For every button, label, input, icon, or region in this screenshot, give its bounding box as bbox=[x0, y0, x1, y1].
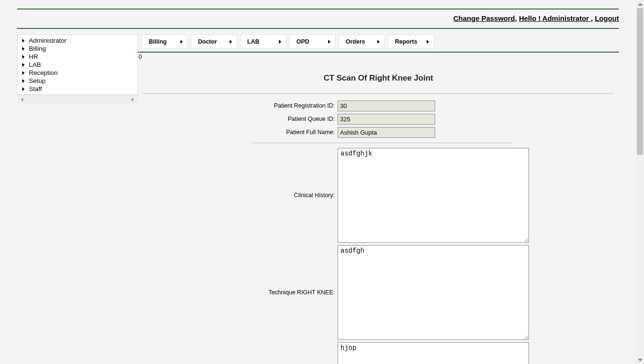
form-area: Patient Registration ID: Patient Queue I… bbox=[138, 94, 619, 364]
menu-label: LAB bbox=[247, 38, 259, 45]
menu-label: Billing bbox=[149, 38, 167, 45]
chevron-right-icon bbox=[427, 40, 429, 44]
sidebar-item-label: Reception bbox=[29, 69, 58, 76]
chevron-right-icon bbox=[22, 55, 25, 59]
logout-link[interactable]: Logout bbox=[595, 14, 619, 22]
top-menu-bar: Billing Doctor LAB OPD bbox=[138, 35, 619, 49]
sidebar-scrollbar[interactable] bbox=[17, 95, 138, 103]
sidebar-item-staff[interactable]: Staff bbox=[18, 85, 137, 93]
chevron-right-icon bbox=[22, 79, 25, 83]
chevron-right-icon bbox=[377, 40, 380, 44]
third-textarea[interactable] bbox=[338, 342, 529, 364]
menu-label: OPD bbox=[296, 38, 309, 45]
sidebar-item-hr[interactable]: HR bbox=[18, 53, 137, 61]
sidebar: Administrator Billing HR LAB bbox=[17, 35, 138, 95]
technique-label: Technique RIGHT KNEE: bbox=[143, 289, 338, 296]
reg-id-label: Patient Registration ID: bbox=[143, 100, 338, 109]
queue-id-field[interactable] bbox=[338, 114, 435, 125]
sidebar-item-administrator[interactable]: Administrator bbox=[18, 36, 137, 45]
page-title: CT Scan Of Right Knee Joint bbox=[138, 60, 619, 93]
menu-label: Reports bbox=[395, 38, 417, 45]
full-name-field[interactable] bbox=[338, 127, 435, 138]
menu-reports[interactable]: Reports bbox=[388, 35, 434, 49]
sidebar-item-reception[interactable]: Reception bbox=[18, 69, 137, 77]
chevron-right-icon bbox=[22, 63, 25, 67]
chevron-right-icon bbox=[328, 40, 331, 44]
menu-orders[interactable]: Orders bbox=[339, 35, 385, 49]
technique-textarea[interactable] bbox=[338, 245, 529, 340]
sidebar-item-setup[interactable]: Setup bbox=[18, 77, 137, 85]
sidebar-item-lab[interactable]: LAB bbox=[18, 61, 137, 69]
chevron-right-icon bbox=[22, 47, 25, 51]
greeting-link[interactable]: Hello ! Administrator bbox=[519, 14, 591, 22]
chevron-right-icon bbox=[279, 40, 281, 44]
queue-id-label: Patient Queue ID: bbox=[143, 114, 338, 122]
vertical-scrollbar[interactable] bbox=[636, 0, 644, 364]
clinical-history-label: Clinical History: bbox=[143, 192, 338, 199]
menu-label: Doctor bbox=[198, 38, 217, 45]
menu-label: Orders bbox=[346, 38, 365, 45]
menu-doctor[interactable]: Doctor bbox=[191, 35, 237, 49]
form-divider bbox=[251, 143, 512, 143]
reg-id-field[interactable] bbox=[338, 100, 435, 111]
chevron-right-icon bbox=[22, 87, 25, 91]
clinical-history-textarea[interactable] bbox=[338, 148, 529, 243]
sidebar-item-billing[interactable]: Billing bbox=[18, 45, 137, 53]
sidebar-item-label: Setup bbox=[29, 77, 45, 84]
sidebar-item-label: LAB bbox=[29, 61, 41, 68]
scroll-down-icon[interactable] bbox=[636, 356, 644, 364]
full-name-label: Patient Full Name: bbox=[143, 127, 338, 136]
sidebar-item-label: Staff bbox=[29, 85, 42, 92]
chevron-right-icon bbox=[180, 40, 183, 44]
sidebar-item-label: HR bbox=[29, 53, 38, 60]
scroll-up-icon[interactable] bbox=[636, 0, 644, 8]
chevron-right-icon bbox=[22, 39, 25, 43]
chevron-right-icon bbox=[22, 71, 25, 75]
menu-lab[interactable]: LAB bbox=[240, 35, 286, 49]
scroll-thumb[interactable] bbox=[637, 8, 643, 155]
change-password-link[interactable]: Change Password bbox=[453, 14, 515, 22]
chevron-right-icon bbox=[230, 40, 232, 44]
sidebar-item-label: Administrator bbox=[29, 37, 67, 44]
top-links: Change Password, Hello ! Administrator ,… bbox=[17, 9, 619, 28]
menu-opd[interactable]: OPD bbox=[289, 35, 336, 49]
menu-billing[interactable]: Billing bbox=[142, 35, 188, 49]
sidebar-item-label: Billing bbox=[29, 45, 46, 52]
zero-marker: 0 bbox=[138, 53, 619, 60]
